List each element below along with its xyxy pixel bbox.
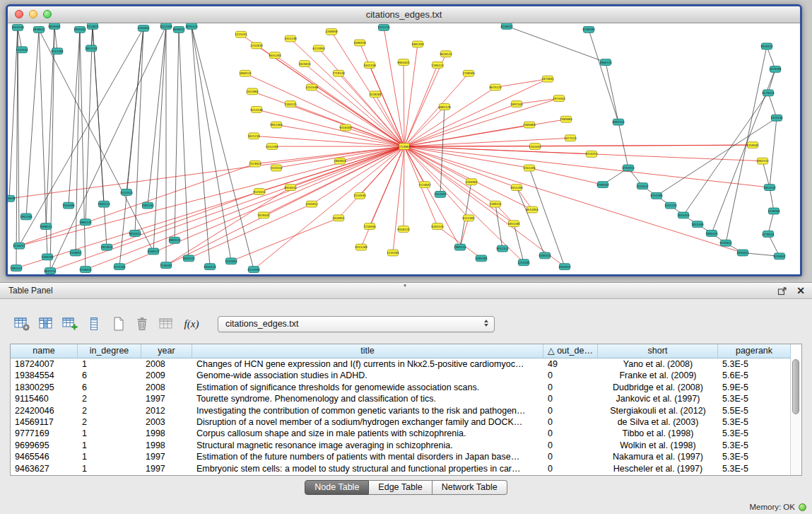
table-row[interactable]: 1830029562008Estimation of significance … [11, 382, 791, 393]
graph-node[interactable]: 9961825 [397, 59, 410, 66]
column-header-short[interactable]: short [598, 344, 718, 358]
close-panel-icon[interactable]: ✕ [796, 286, 805, 296]
graph-node[interactable]: 1184225 [284, 101, 297, 107]
column-header-pagerank[interactable]: pagerank [718, 344, 791, 358]
graph-node[interactable]: 6981370 [438, 104, 451, 110]
graph-node[interactable]: 2083024 [334, 158, 346, 164]
graph-node[interactable]: 9154451 [585, 151, 598, 157]
graph-node[interactable]: 7619441 [257, 212, 270, 218]
graph-node[interactable]: 1235105 [387, 250, 399, 256]
import-table-button[interactable] [157, 315, 175, 332]
table-scrollbar[interactable] [790, 358, 801, 475]
graph-node[interactable]: 7815105 [691, 221, 704, 228]
graph-node[interactable]: 1903512 [168, 237, 181, 243]
graph-node[interactable]: 1841512 [182, 255, 195, 262]
graph-node[interactable]: 1696910 [353, 40, 366, 46]
graph-node[interactable]: 3260112 [147, 248, 160, 255]
graph-node[interactable]: 1415135 [770, 115, 783, 121]
graph-node[interactable]: 2748503 [462, 70, 475, 76]
fx-button[interactable]: f(x) [181, 315, 202, 332]
edit-table-button[interactable] [61, 315, 79, 332]
tab-edge-table[interactable]: Edge Table [369, 480, 432, 495]
graph-node[interactable]: 9151209 [355, 244, 367, 250]
graph-node[interactable]: 1210565 [767, 208, 780, 214]
graph-node[interactable]: 1653110 [11, 24, 24, 30]
graph-node[interactable]: 7554105 [62, 202, 75, 209]
graph-node[interactable]: 1860125 [239, 70, 252, 76]
graph-node[interactable]: 7210456 [363, 223, 376, 230]
graph-node[interactable]: 1514545 [353, 192, 366, 199]
graph-node[interactable]: 9213140 [250, 107, 263, 113]
graph-node[interactable]: 1901513 [10, 265, 23, 271]
graph-node[interactable]: 1881104 [411, 41, 424, 47]
graph-node[interactable]: 1877513 [564, 135, 577, 141]
minimize-window-button[interactable] [29, 10, 37, 18]
graph-node[interactable]: 2242810 [250, 42, 263, 49]
graph-node[interactable]: 8130412 [500, 23, 513, 29]
graph-node[interactable]: 9118251 [13, 243, 25, 249]
graph-node[interactable]: 6101533 [431, 223, 444, 230]
network-svg[interactable]: 1653110203061290345021816352751302122650… [8, 23, 800, 274]
column-header-in-degree[interactable]: in_degree [78, 344, 141, 358]
graph-node[interactable]: 1021233 [247, 133, 260, 139]
graph-node[interactable]: 2251540 [305, 84, 318, 90]
graph-node[interactable]: 3161205 [523, 165, 536, 171]
zoom-window-button[interactable] [43, 10, 52, 18]
graph-node[interactable]: 1815415 [677, 212, 690, 218]
delete-table-button[interactable] [133, 315, 151, 332]
graph-node[interactable]: 8130104 [582, 26, 595, 33]
show-columns-button[interactable] [37, 315, 55, 332]
graph-node[interactable]: 9034502 [48, 23, 61, 29]
tab-node-table[interactable]: Node Table [305, 480, 369, 495]
graph-node[interactable]: 2204987 [465, 179, 478, 185]
graph-node[interactable]: 1905415 [705, 230, 718, 237]
graph-node[interactable]: 1531542 [270, 165, 283, 171]
graph-node[interactable]: 1125431 [235, 31, 247, 37]
graph-node[interactable]: 1513512 [636, 183, 649, 189]
graph-node[interactable]: 3220184 [369, 91, 382, 98]
graph-node[interactable]: 7485003 [560, 116, 572, 122]
table-row[interactable]: 946554611997Estimation of the future num… [11, 451, 791, 462]
graph-node[interactable]: 8512054 [526, 206, 539, 213]
graph-node[interactable]: 8501513 [612, 119, 625, 125]
graph-node[interactable]: 3151232 [664, 202, 677, 209]
graph-node[interactable]: 2209141 [489, 201, 502, 207]
table-settings-button[interactable] [13, 315, 31, 332]
graph-node[interactable]: 9441203 [269, 52, 281, 59]
graph-node[interactable]: 1051205 [507, 221, 520, 227]
graph-node[interactable]: 2620650 [8, 195, 16, 201]
graph-node[interactable]: 3312240 [284, 35, 297, 42]
graph-node[interactable]: 6123105 [247, 267, 260, 273]
graph-node[interactable]: 2265041 [137, 25, 150, 31]
table-row[interactable]: 969969511998Structural magnetic resonanc… [11, 440, 791, 451]
network-canvas[interactable]: 1653110203061290345021816352751302122650… [8, 23, 800, 274]
graph-node[interactable]: 8122513 [120, 189, 133, 196]
graph-node[interactable]: 1724081 [398, 144, 411, 150]
graph-node[interactable]: 2412084 [246, 88, 259, 95]
graph-node[interactable]: 9356124 [204, 264, 216, 270]
graph-node[interactable]: 9518132 [760, 43, 773, 49]
graph-node[interactable]: 7224047 [418, 182, 431, 188]
column-header-title[interactable]: title [192, 344, 543, 358]
graph-node[interactable]: 9158224 [397, 226, 410, 233]
graph-node[interactable]: 1097343 [510, 101, 523, 107]
graph-node[interactable]: 3341150 [363, 62, 376, 69]
graph-node[interactable]: 1513542 [16, 47, 28, 53]
new-table-button[interactable] [109, 315, 127, 332]
graph-node[interactable]: 2260058 [325, 28, 338, 35]
graph-node[interactable]: 6150051 [69, 250, 82, 256]
graph-node[interactable]: 3015124 [185, 23, 198, 29]
tab-network-table[interactable]: Network Table [433, 480, 507, 495]
graph-node[interactable]: 1024815 [298, 61, 311, 67]
graph-node[interactable]: 8151402 [462, 215, 475, 221]
graph-node[interactable]: 7136101 [160, 262, 172, 269]
graph-node[interactable]: 1513455 [434, 191, 447, 197]
scrollbar-thumb[interactable] [792, 359, 799, 414]
graph-node[interactable]: 9151205 [650, 192, 663, 199]
rows-button[interactable] [85, 315, 103, 332]
graph-node[interactable]: 5905135 [79, 219, 92, 226]
table-row[interactable]: 911546021997Tourette syndrome. Phenomeno… [11, 393, 791, 404]
float-panel-icon[interactable] [777, 286, 787, 296]
graph-node[interactable]: 9590513 [40, 223, 52, 230]
graph-node[interactable]: 8914532 [284, 185, 297, 191]
